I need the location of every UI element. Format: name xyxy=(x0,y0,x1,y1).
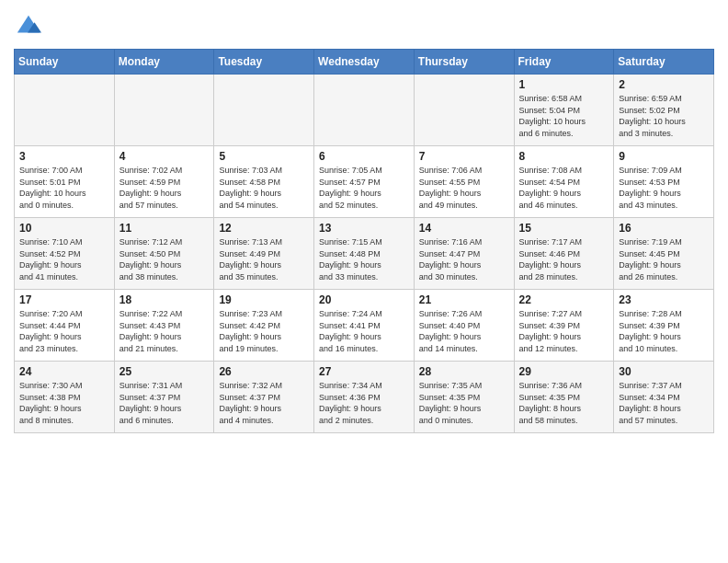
page-container: SundayMondayTuesdayWednesdayThursdayFrid… xyxy=(0,0,728,442)
calendar-week-row: 1Sunrise: 6:58 AM Sunset: 5:04 PM Daylig… xyxy=(15,75,714,146)
day-number: 6 xyxy=(319,150,409,163)
day-info: Sunrise: 6:59 AM Sunset: 5:02 PM Dayligh… xyxy=(619,93,709,139)
calendar-day-cell: 28Sunrise: 7:35 AM Sunset: 4:35 PM Dayli… xyxy=(414,362,514,433)
day-number: 12 xyxy=(219,222,309,235)
day-number: 21 xyxy=(419,293,509,306)
day-number: 25 xyxy=(119,365,210,378)
day-info: Sunrise: 7:17 AM Sunset: 4:46 PM Dayligh… xyxy=(519,236,609,282)
calendar-day-cell: 23Sunrise: 7:28 AM Sunset: 4:39 PM Dayli… xyxy=(614,290,714,362)
calendar-day-cell: 7Sunrise: 7:06 AM Sunset: 4:55 PM Daylig… xyxy=(414,146,514,218)
day-number: 19 xyxy=(219,293,309,306)
day-info: Sunrise: 7:00 AM Sunset: 5:01 PM Dayligh… xyxy=(19,165,109,211)
calendar-day-cell: 22Sunrise: 7:27 AM Sunset: 4:39 PM Dayli… xyxy=(514,290,614,362)
day-number: 3 xyxy=(19,150,109,163)
day-number: 5 xyxy=(219,150,309,163)
header xyxy=(14,14,714,40)
calendar-day-cell: 30Sunrise: 7:37 AM Sunset: 4:34 PM Dayli… xyxy=(614,362,714,433)
calendar-week-row: 17Sunrise: 7:20 AM Sunset: 4:44 PM Dayli… xyxy=(15,290,714,362)
day-info: Sunrise: 6:58 AM Sunset: 5:04 PM Dayligh… xyxy=(519,93,609,139)
weekday-header: Tuesday xyxy=(214,50,314,75)
weekday-header: Thursday xyxy=(414,50,514,75)
day-info: Sunrise: 7:37 AM Sunset: 4:34 PM Dayligh… xyxy=(619,380,709,426)
calendar-day-cell: 11Sunrise: 7:12 AM Sunset: 4:50 PM Dayli… xyxy=(114,218,214,290)
day-info: Sunrise: 7:05 AM Sunset: 4:57 PM Dayligh… xyxy=(319,165,409,211)
calendar-day-cell: 27Sunrise: 7:34 AM Sunset: 4:36 PM Dayli… xyxy=(314,362,415,433)
day-number: 22 xyxy=(519,293,609,306)
day-number: 11 xyxy=(119,222,210,235)
logo-icon xyxy=(16,14,41,40)
day-info: Sunrise: 7:27 AM Sunset: 4:39 PM Dayligh… xyxy=(519,308,609,354)
calendar-day-cell: 12Sunrise: 7:13 AM Sunset: 4:49 PM Dayli… xyxy=(214,218,314,290)
calendar-day-cell: 19Sunrise: 7:23 AM Sunset: 4:42 PM Dayli… xyxy=(214,290,314,362)
weekday-header: Wednesday xyxy=(314,50,415,75)
day-info: Sunrise: 7:30 AM Sunset: 4:38 PM Dayligh… xyxy=(19,380,109,426)
day-info: Sunrise: 7:32 AM Sunset: 4:37 PM Dayligh… xyxy=(219,380,309,426)
day-info: Sunrise: 7:20 AM Sunset: 4:44 PM Dayligh… xyxy=(19,308,109,354)
day-info: Sunrise: 7:19 AM Sunset: 4:45 PM Dayligh… xyxy=(619,236,709,282)
day-number: 20 xyxy=(319,293,409,306)
calendar-day-cell: 16Sunrise: 7:19 AM Sunset: 4:45 PM Dayli… xyxy=(614,218,714,290)
day-number: 10 xyxy=(19,222,109,235)
day-number: 2 xyxy=(619,78,709,91)
calendar-day-cell: 1Sunrise: 6:58 AM Sunset: 5:04 PM Daylig… xyxy=(514,75,614,146)
day-number: 15 xyxy=(519,222,609,235)
calendar-week-row: 24Sunrise: 7:30 AM Sunset: 4:38 PM Dayli… xyxy=(15,362,714,433)
calendar-day-cell xyxy=(314,75,415,146)
day-info: Sunrise: 7:10 AM Sunset: 4:52 PM Dayligh… xyxy=(19,236,109,282)
day-info: Sunrise: 7:35 AM Sunset: 4:35 PM Dayligh… xyxy=(419,380,509,426)
day-info: Sunrise: 7:28 AM Sunset: 4:39 PM Dayligh… xyxy=(619,308,709,354)
day-info: Sunrise: 7:02 AM Sunset: 4:59 PM Dayligh… xyxy=(119,165,210,211)
day-number: 28 xyxy=(419,365,509,378)
day-info: Sunrise: 7:08 AM Sunset: 4:54 PM Dayligh… xyxy=(519,165,609,211)
calendar-table: SundayMondayTuesdayWednesdayThursdayFrid… xyxy=(14,49,714,433)
calendar-day-cell: 20Sunrise: 7:24 AM Sunset: 4:41 PM Dayli… xyxy=(314,290,415,362)
calendar-day-cell: 24Sunrise: 7:30 AM Sunset: 4:38 PM Dayli… xyxy=(15,362,115,433)
day-number: 14 xyxy=(419,222,509,235)
day-number: 1 xyxy=(519,78,609,91)
day-number: 27 xyxy=(319,365,409,378)
calendar-week-row: 10Sunrise: 7:10 AM Sunset: 4:52 PM Dayli… xyxy=(15,218,714,290)
calendar-day-cell: 15Sunrise: 7:17 AM Sunset: 4:46 PM Dayli… xyxy=(514,218,614,290)
day-info: Sunrise: 7:22 AM Sunset: 4:43 PM Dayligh… xyxy=(119,308,210,354)
day-info: Sunrise: 7:26 AM Sunset: 4:40 PM Dayligh… xyxy=(419,308,509,354)
day-number: 23 xyxy=(619,293,709,306)
weekday-header: Saturday xyxy=(614,50,714,75)
day-info: Sunrise: 7:12 AM Sunset: 4:50 PM Dayligh… xyxy=(119,236,210,282)
day-info: Sunrise: 7:23 AM Sunset: 4:42 PM Dayligh… xyxy=(219,308,309,354)
calendar-day-cell: 8Sunrise: 7:08 AM Sunset: 4:54 PM Daylig… xyxy=(514,146,614,218)
calendar-day-cell: 10Sunrise: 7:10 AM Sunset: 4:52 PM Dayli… xyxy=(15,218,115,290)
calendar-day-cell: 14Sunrise: 7:16 AM Sunset: 4:47 PM Dayli… xyxy=(414,218,514,290)
day-number: 18 xyxy=(119,293,210,306)
calendar-day-cell: 2Sunrise: 6:59 AM Sunset: 5:02 PM Daylig… xyxy=(614,75,714,146)
calendar-day-cell: 26Sunrise: 7:32 AM Sunset: 4:37 PM Dayli… xyxy=(214,362,314,433)
calendar-day-cell: 17Sunrise: 7:20 AM Sunset: 4:44 PM Dayli… xyxy=(15,290,115,362)
logo xyxy=(14,14,41,40)
day-info: Sunrise: 7:36 AM Sunset: 4:35 PM Dayligh… xyxy=(519,380,609,426)
day-number: 17 xyxy=(19,293,109,306)
calendar-day-cell xyxy=(214,75,314,146)
calendar-day-cell: 21Sunrise: 7:26 AM Sunset: 4:40 PM Dayli… xyxy=(414,290,514,362)
day-info: Sunrise: 7:15 AM Sunset: 4:48 PM Dayligh… xyxy=(319,236,409,282)
calendar-day-cell: 25Sunrise: 7:31 AM Sunset: 4:37 PM Dayli… xyxy=(114,362,214,433)
day-info: Sunrise: 7:09 AM Sunset: 4:53 PM Dayligh… xyxy=(619,165,709,211)
day-number: 7 xyxy=(419,150,509,163)
day-number: 29 xyxy=(519,365,609,378)
calendar-week-row: 3Sunrise: 7:00 AM Sunset: 5:01 PM Daylig… xyxy=(15,146,714,218)
calendar-header-row: SundayMondayTuesdayWednesdayThursdayFrid… xyxy=(15,50,714,75)
day-number: 13 xyxy=(319,222,409,235)
calendar-day-cell: 6Sunrise: 7:05 AM Sunset: 4:57 PM Daylig… xyxy=(314,146,415,218)
day-number: 24 xyxy=(19,365,109,378)
calendar-body: 1Sunrise: 6:58 AM Sunset: 5:04 PM Daylig… xyxy=(15,75,714,433)
calendar-day-cell: 29Sunrise: 7:36 AM Sunset: 4:35 PM Dayli… xyxy=(514,362,614,433)
day-number: 30 xyxy=(619,365,709,378)
day-number: 26 xyxy=(219,365,309,378)
calendar-day-cell: 13Sunrise: 7:15 AM Sunset: 4:48 PM Dayli… xyxy=(314,218,415,290)
calendar-day-cell xyxy=(114,75,214,146)
day-number: 8 xyxy=(519,150,609,163)
day-number: 4 xyxy=(119,150,210,163)
calendar-day-cell: 9Sunrise: 7:09 AM Sunset: 4:53 PM Daylig… xyxy=(614,146,714,218)
day-number: 9 xyxy=(619,150,709,163)
day-info: Sunrise: 7:34 AM Sunset: 4:36 PM Dayligh… xyxy=(319,380,409,426)
calendar-day-cell xyxy=(15,75,115,146)
calendar-day-cell: 3Sunrise: 7:00 AM Sunset: 5:01 PM Daylig… xyxy=(15,146,115,218)
